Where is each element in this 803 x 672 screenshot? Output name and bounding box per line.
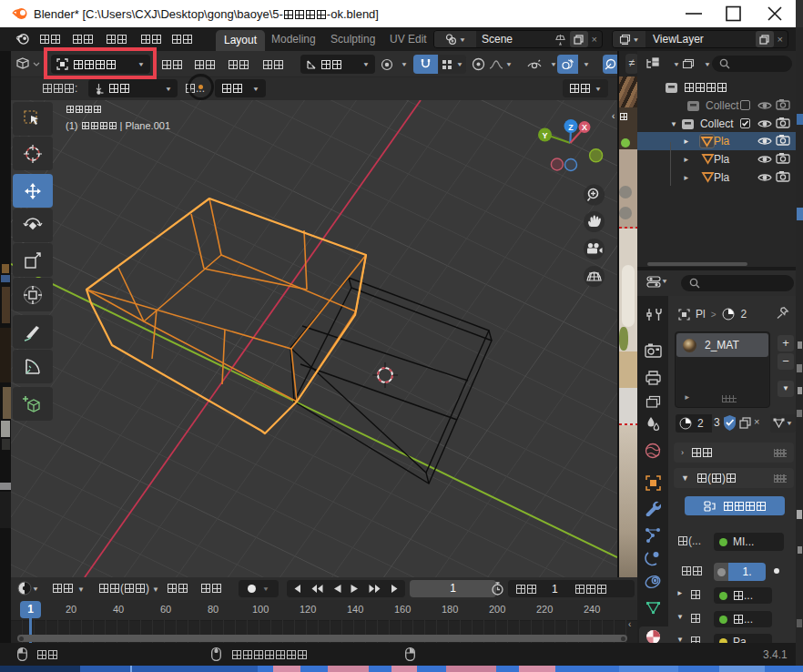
svg-text:Y: Y — [542, 131, 547, 140]
svg-text:X: X — [582, 123, 587, 132]
svg-text:Z: Z — [568, 123, 574, 132]
